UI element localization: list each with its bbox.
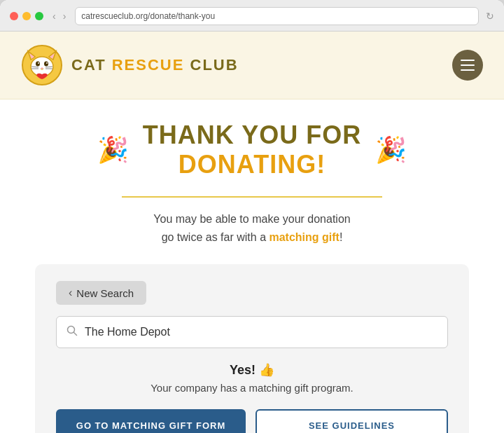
logo-area: CAT RESCUE CLUB bbox=[21, 44, 239, 86]
matching-gift-link[interactable]: matching gift bbox=[269, 231, 339, 243]
back-button[interactable]: ‹ bbox=[50, 11, 58, 22]
menu-line-2 bbox=[461, 64, 475, 66]
thank-you-orange-text: DONATING! bbox=[178, 150, 326, 179]
yes-text: Yes! 👍 bbox=[56, 362, 448, 378]
address-bar[interactable]: catrescueclub.org/donate/thank-you bbox=[75, 7, 479, 25]
action-buttons: GO TO MATCHING GIFT FORM SEE GUIDELINES bbox=[56, 409, 448, 433]
logo-rescue: RESCUE bbox=[112, 56, 185, 74]
browser-window: ‹ › catrescueclub.org/donate/thank-you ↻ bbox=[0, 0, 504, 433]
site-header: CAT RESCUE CLUB bbox=[0, 32, 504, 99]
logo-icon bbox=[21, 44, 63, 86]
address-text: catrescueclub.org/donate/thank-you bbox=[81, 11, 215, 21]
svg-point-9 bbox=[46, 62, 48, 64]
section-divider bbox=[122, 196, 382, 198]
logo-club: CLUB bbox=[184, 56, 238, 74]
confetti-left-icon: 🎉 bbox=[97, 137, 129, 163]
subtitle-text: You may be able to make your donation go… bbox=[35, 210, 469, 246]
reload-button[interactable]: ↻ bbox=[486, 11, 494, 22]
search-icon bbox=[66, 325, 78, 339]
matching-gift-form-button[interactable]: GO TO MATCHING GIFT FORM bbox=[56, 409, 246, 433]
maximize-dot[interactable] bbox=[35, 12, 43, 20]
close-dot[interactable] bbox=[10, 12, 18, 20]
browser-chrome: ‹ › catrescueclub.org/donate/thank-you ↻ bbox=[0, 0, 504, 32]
svg-point-6 bbox=[36, 62, 40, 67]
menu-line-3 bbox=[461, 69, 475, 71]
result-description: Your company has a matching gift program… bbox=[56, 382, 448, 394]
thank-you-dark-text: THANK YOU FOR bbox=[143, 121, 361, 149]
thank-you-title: THANK YOU FOR DONATING! bbox=[143, 121, 361, 179]
new-search-label: New Search bbox=[76, 287, 134, 299]
main-content: 🎉 THANK YOU FOR DONATING! 🎉 You may be a… bbox=[0, 99, 504, 433]
logo-text: CAT RESCUE CLUB bbox=[71, 56, 239, 74]
logo-cat: CAT bbox=[71, 56, 112, 74]
company-search-input[interactable] bbox=[85, 326, 438, 338]
svg-line-16 bbox=[74, 333, 77, 336]
svg-point-7 bbox=[44, 62, 48, 67]
result-section: Yes! 👍 Your company has a matching gift … bbox=[56, 362, 448, 394]
search-input-wrap bbox=[56, 316, 448, 348]
browser-dots bbox=[10, 12, 43, 20]
new-search-button[interactable]: ‹ New Search bbox=[56, 281, 146, 305]
chevron-left-icon: ‹ bbox=[69, 287, 72, 299]
svg-point-8 bbox=[38, 62, 39, 64]
confetti-right-icon: 🎉 bbox=[375, 137, 407, 163]
see-guidelines-button[interactable]: SEE GUIDELINES bbox=[255, 409, 448, 433]
subtitle-part1: You may be able to make your donation bbox=[153, 213, 350, 225]
menu-line-1 bbox=[461, 60, 475, 61]
subtitle-end: ! bbox=[340, 231, 342, 243]
menu-button[interactable] bbox=[452, 50, 483, 81]
browser-nav: ‹ › bbox=[50, 11, 68, 22]
subtitle-part2: go twice as far with a bbox=[162, 231, 266, 243]
search-card: ‹ New Search Yes! 👍 Your company has a m… bbox=[35, 264, 469, 433]
thank-you-section: 🎉 THANK YOU FOR DONATING! 🎉 bbox=[35, 121, 469, 179]
forward-button[interactable]: › bbox=[61, 11, 69, 22]
minimize-dot[interactable] bbox=[22, 12, 31, 20]
